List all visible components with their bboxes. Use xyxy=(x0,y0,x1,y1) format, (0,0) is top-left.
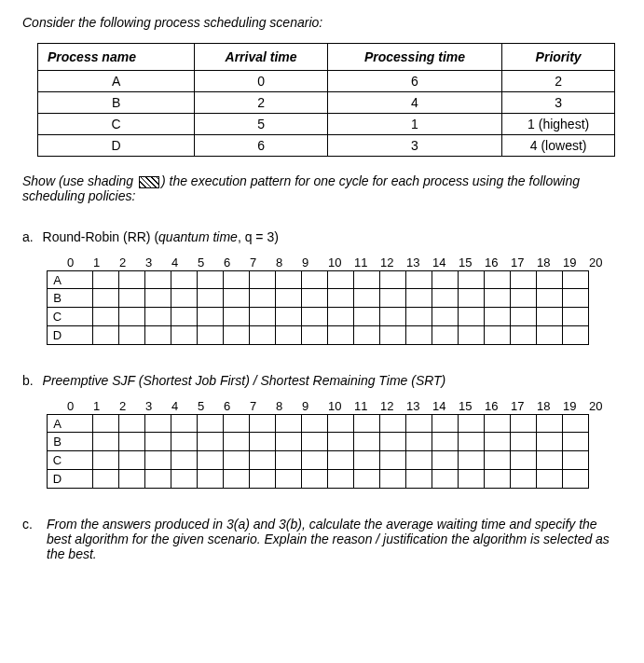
cell-priority: 4 (lowest) xyxy=(502,135,615,157)
gantt-cell xyxy=(250,470,276,489)
time-label: 15 xyxy=(459,399,485,413)
intro-text: Consider the following process schedulin… xyxy=(22,15,622,30)
gantt-cell xyxy=(511,414,537,433)
gantt-cell xyxy=(171,308,198,326)
cell-arrival: 5 xyxy=(195,114,327,135)
gantt-cell xyxy=(93,308,119,326)
section-b-title: Preemptive SJF (Shortest Job First) / Sh… xyxy=(43,373,446,388)
hatch-icon xyxy=(139,176,159,188)
gantt-row: C xyxy=(47,451,622,470)
table-row: C 5 1 1 (highest) xyxy=(38,114,615,135)
gantt-a: 01234567891011121314151617181920ABCD xyxy=(47,256,622,345)
gantt-cell xyxy=(145,289,171,308)
gantt-cell xyxy=(145,308,171,326)
time-label: 12 xyxy=(380,256,406,269)
gantt-cell xyxy=(432,451,459,470)
gantt-cell xyxy=(328,270,354,289)
gantt-cell xyxy=(328,326,354,345)
gantt-cell xyxy=(119,270,145,289)
gantt-cell xyxy=(250,270,276,289)
gantt-cell xyxy=(380,414,406,433)
gantt-row: D xyxy=(47,470,622,489)
cell-processing: 6 xyxy=(327,71,502,92)
section-a-marker: a. xyxy=(22,229,34,244)
gantt-row: B xyxy=(47,289,622,308)
cell-processing: 1 xyxy=(327,114,502,135)
cell-name: D xyxy=(38,135,195,157)
time-label: 3 xyxy=(145,399,171,413)
gantt-cell xyxy=(276,326,302,345)
gantt-row-label: C xyxy=(47,451,67,470)
gantt-cell xyxy=(459,433,485,451)
gantt-cell xyxy=(224,433,250,451)
gantt-cell xyxy=(537,433,563,451)
gantt-cell xyxy=(511,451,537,470)
gantt-cell xyxy=(328,433,354,451)
gantt-cell xyxy=(119,326,145,345)
gantt-cell xyxy=(485,326,511,345)
time-label: 19 xyxy=(563,399,589,413)
gantt-cell xyxy=(563,433,589,451)
time-label: 20 xyxy=(589,256,615,269)
time-label: 1 xyxy=(93,399,119,413)
gantt-cell xyxy=(563,326,589,345)
gantt-cell xyxy=(302,289,328,308)
time-label: 13 xyxy=(406,256,432,269)
gantt-cell xyxy=(198,270,224,289)
gantt-cell xyxy=(171,289,198,308)
gantt-row-label: B xyxy=(47,433,67,451)
gantt-cell xyxy=(328,451,354,470)
gantt-cell xyxy=(250,451,276,470)
gantt-cell xyxy=(171,470,198,489)
gantt-row: C xyxy=(47,308,622,326)
gantt-cell xyxy=(406,414,432,433)
time-label: 5 xyxy=(198,256,224,269)
gantt-cell xyxy=(485,289,511,308)
gantt-row: A xyxy=(47,414,622,433)
gantt-row-label: D xyxy=(47,470,67,489)
time-label: 13 xyxy=(406,399,432,413)
gantt-cell xyxy=(67,414,93,433)
time-label: 0 xyxy=(67,399,93,413)
gantt-cell xyxy=(380,326,406,345)
time-label: 8 xyxy=(276,399,302,413)
time-label: 18 xyxy=(537,256,563,269)
time-label: 2 xyxy=(119,399,145,413)
time-label: 16 xyxy=(485,399,511,413)
cell-name: B xyxy=(38,92,195,114)
gantt-cell xyxy=(406,308,432,326)
gantt-cell xyxy=(171,414,198,433)
gantt-cell xyxy=(67,270,93,289)
time-label: 4 xyxy=(171,256,198,269)
gantt-cell xyxy=(198,433,224,451)
gantt-cell xyxy=(459,308,485,326)
gantt-cell xyxy=(302,433,328,451)
gantt-cell xyxy=(563,414,589,433)
gantt-cell xyxy=(276,308,302,326)
time-label: 1 xyxy=(93,256,119,269)
time-label: 8 xyxy=(276,256,302,269)
gantt-cell xyxy=(171,270,198,289)
gantt-cell xyxy=(459,270,485,289)
time-label: 11 xyxy=(354,256,380,269)
section-c-text: From the answers produced in 3(a) and 3(… xyxy=(47,517,622,561)
process-table: Process name Arrival time Processing tim… xyxy=(37,43,615,157)
gantt-row: B xyxy=(47,433,622,451)
gantt-cell xyxy=(250,308,276,326)
gantt-cell xyxy=(302,326,328,345)
time-label: 7 xyxy=(250,256,276,269)
instruction-pre: Show (use shading xyxy=(22,173,137,188)
gantt-cell xyxy=(145,433,171,451)
gantt-cell xyxy=(354,433,380,451)
time-label: 11 xyxy=(354,399,380,413)
time-label: 10 xyxy=(328,399,354,413)
section-b: b. Preemptive SJF (Shortest Job First) /… xyxy=(22,373,622,489)
gantt-cell xyxy=(67,308,93,326)
gantt-cell xyxy=(276,433,302,451)
gantt-cell xyxy=(380,451,406,470)
gantt-cell xyxy=(511,289,537,308)
time-label: 4 xyxy=(171,399,198,413)
section-a-title-suffix: , q = 3) xyxy=(238,229,279,244)
gantt-cell xyxy=(302,270,328,289)
gantt-cell xyxy=(198,308,224,326)
